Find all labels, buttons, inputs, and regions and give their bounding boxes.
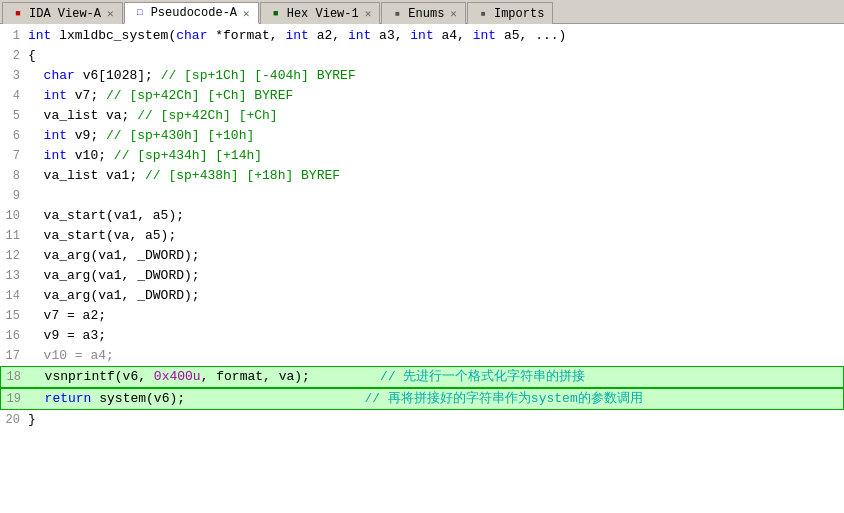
code-line-4: 4 int v7; // [sp+42Ch] [+Ch] BYREF [0, 86, 844, 106]
code-line-7: 7 int v10; // [sp+434h] [+14h] [0, 146, 844, 166]
line-content-6: int v9; // [sp+430h] [+10h] [28, 126, 254, 146]
line-num-6: 6 [0, 126, 28, 146]
line-content-1: int lxmldbc_system(char *format, int a2,… [28, 26, 566, 46]
tab-pseudocode[interactable]: □ Pseudocode-A ✕ [124, 2, 259, 24]
line-num-9: 9 [0, 186, 28, 206]
line-content-18: vsnprintf(v6, 0x400u, format, va); // 先进… [29, 367, 585, 387]
code-line-18: 18 vsnprintf(v6, 0x400u, format, va); //… [0, 366, 844, 388]
line-num-10: 10 [0, 206, 28, 226]
line-content-19: return system(v6); // 再将拼接好的字符串作为system的… [29, 389, 643, 409]
line-num-8: 8 [0, 166, 28, 186]
main-window: ■ IDA View-A ✕ □ Pseudocode-A ✕ ■ Hex Vi… [0, 0, 844, 513]
code-line-3: 3 char v6[1028]; // [sp+1Ch] [-404h] BYR… [0, 66, 844, 86]
tab-ida-view[interactable]: ■ IDA View-A ✕ [2, 2, 123, 24]
code-line-15: 15 v7 = a2; [0, 306, 844, 326]
line-content-16: v9 = a3; [28, 326, 106, 346]
line-content-8: va_list va1; // [sp+438h] [+18h] BYREF [28, 166, 340, 186]
tab-ida-label: IDA View-A [29, 7, 101, 21]
line-content-3: char v6[1028]; // [sp+1Ch] [-404h] BYREF [28, 66, 356, 86]
code-line-10: 10 va_start(va1, a5); [0, 206, 844, 226]
line-num-19: 19 [1, 389, 29, 409]
tab-hex-label: Hex View-1 [287, 7, 359, 21]
line-num-7: 7 [0, 146, 28, 166]
code-line-14: 14 va_arg(va1, _DWORD); [0, 286, 844, 306]
line-content-20: } [28, 410, 36, 430]
line-num-11: 11 [0, 226, 28, 246]
line-num-17: 17 [0, 346, 28, 366]
line-content-5: va_list va; // [sp+42Ch] [+Ch] [28, 106, 278, 126]
line-content-11: va_start(va, a5); [28, 226, 176, 246]
line-content-10: va_start(va1, a5); [28, 206, 184, 226]
code-line-6: 6 int v9; // [sp+430h] [+10h] [0, 126, 844, 146]
code-line-13: 13 va_arg(va1, _DWORD); [0, 266, 844, 286]
tab-hex-close[interactable]: ✕ [365, 7, 372, 20]
line-num-16: 16 [0, 326, 28, 346]
code-line-2: 2 { [0, 46, 844, 66]
line-num-2: 2 [0, 46, 28, 66]
line-num-5: 5 [0, 106, 28, 126]
code-line-1: 1 int lxmldbc_system(char *format, int a… [0, 26, 844, 46]
line-content-17: v10 = a4; [28, 346, 114, 366]
tab-enums-close[interactable]: ✕ [450, 7, 457, 20]
line-content-12: va_arg(va1, _DWORD); [28, 246, 200, 266]
code-line-16: 16 v9 = a3; [0, 326, 844, 346]
tab-pseudo-icon: □ [133, 6, 147, 20]
code-line-12: 12 va_arg(va1, _DWORD); [0, 246, 844, 266]
code-line-11: 11 va_start(va, a5); [0, 226, 844, 246]
tab-enums[interactable]: ◾ Enums ✕ [381, 2, 466, 24]
code-line-8: 8 va_list va1; // [sp+438h] [+18h] BYREF [0, 166, 844, 186]
tab-imports-label: Imports [494, 7, 544, 21]
line-num-20: 20 [0, 410, 28, 430]
tab-hex-icon: ■ [269, 7, 283, 21]
code-line-19: 19 return system(v6); // 再将拼接好的字符串作为syst… [0, 388, 844, 410]
code-line-17: 17 v10 = a4; [0, 346, 844, 366]
line-num-13: 13 [0, 266, 28, 286]
line-num-1: 1 [0, 26, 28, 46]
tab-enums-label: Enums [408, 7, 444, 21]
tab-hex-view[interactable]: ■ Hex View-1 ✕ [260, 2, 381, 24]
line-num-18: 18 [1, 367, 29, 387]
tab-imports[interactable]: ◾ Imports [467, 2, 553, 24]
line-content-7: int v10; // [sp+434h] [+14h] [28, 146, 262, 166]
line-content-9 [28, 186, 36, 206]
line-num-4: 4 [0, 86, 28, 106]
line-num-15: 15 [0, 306, 28, 326]
line-num-14: 14 [0, 286, 28, 306]
tab-pseudo-close[interactable]: ✕ [243, 7, 250, 20]
code-line-20: 20 } [0, 410, 844, 430]
line-content-2: { [28, 46, 36, 66]
tab-pseudo-label: Pseudocode-A [151, 6, 237, 20]
line-content-15: v7 = a2; [28, 306, 106, 326]
tab-imports-icon: ◾ [476, 7, 490, 21]
tab-ida-close[interactable]: ✕ [107, 7, 114, 20]
line-num-12: 12 [0, 246, 28, 266]
code-line-9: 9 [0, 186, 844, 206]
tab-enums-icon: ◾ [390, 7, 404, 21]
code-line-5: 5 va_list va; // [sp+42Ch] [+Ch] [0, 106, 844, 126]
tab-bar: ■ IDA View-A ✕ □ Pseudocode-A ✕ ■ Hex Vi… [0, 0, 844, 24]
tab-ida-icon: ■ [11, 7, 25, 21]
line-content-4: int v7; // [sp+42Ch] [+Ch] BYREF [28, 86, 293, 106]
line-content-14: va_arg(va1, _DWORD); [28, 286, 200, 306]
line-content-13: va_arg(va1, _DWORD); [28, 266, 200, 286]
code-area[interactable]: 1 int lxmldbc_system(char *format, int a… [0, 24, 844, 513]
line-num-3: 3 [0, 66, 28, 86]
